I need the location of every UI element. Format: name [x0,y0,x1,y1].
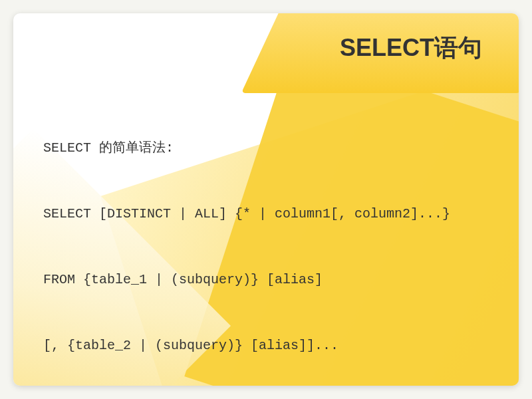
syntax-line: FROM {table_1 | (subquery)} [alias] [43,269,492,291]
syntax-line: SELECT [DISTINCT | ALL] {* | column1[, c… [43,203,492,225]
slide-title: SELECT语句 [340,32,482,65]
syntax-line: [, {table_2 | (subquery)} [alias]]... [43,334,492,356]
syntax-block: SELECT 的简单语法: SELECT [DISTINCT | ALL] {*… [43,93,492,386]
syntax-line: SELECT 的简单语法: [43,137,492,159]
slide-card: SELECT语句 SELECT 的简单语法: SELECT [DISTINCT … [13,13,519,386]
